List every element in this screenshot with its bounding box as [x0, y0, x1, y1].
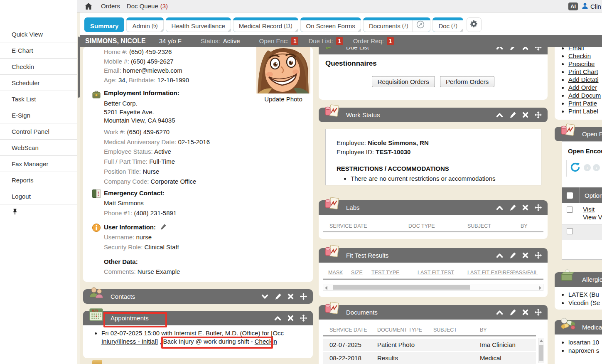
close-x-icon[interactable]	[287, 315, 294, 321]
update-photo-link[interactable]: Update Photo	[264, 96, 302, 103]
chart-icon	[324, 104, 340, 119]
vertical-scrollbar[interactable]	[538, 338, 544, 363]
allergies-panel-header: Allergie	[555, 272, 602, 287]
due-list-badge[interactable]: 1	[336, 37, 343, 45]
fit-col-mask[interactable]: MASK	[328, 270, 343, 275]
tab-admin[interactable]: Admin(5)	[126, 17, 163, 32]
sidebar-item-logout[interactable]: Logout	[0, 188, 77, 204]
sidebar-item-task-list[interactable]: Task List	[0, 91, 77, 107]
close-x-icon[interactable]	[287, 293, 294, 300]
move-icon[interactable]	[300, 293, 307, 300]
move-icon[interactable]	[535, 111, 542, 118]
sidebar-item-checkin[interactable]: Checkin	[0, 58, 77, 74]
refresh-icon[interactable]	[570, 162, 580, 173]
chart-icon	[324, 245, 340, 259]
sidebar-item-webscan[interactable]: WebScan	[0, 139, 77, 155]
sidebar-item-e-sign[interactable]: E-Sign	[0, 107, 77, 123]
move-icon[interactable]	[300, 315, 307, 322]
link-checkin[interactable]: Checkin	[568, 52, 591, 59]
user-name[interactable]: Clin	[590, 3, 601, 10]
link-add-dictation[interactable]: Add Dictati	[568, 76, 599, 83]
link-print-patient[interactable]: Print Patie	[568, 100, 597, 107]
link-add-document[interactable]: Add Docum	[568, 92, 601, 99]
select-all-checkbox[interactable]	[567, 192, 573, 199]
link-add-order[interactable]: Add Order	[568, 84, 597, 91]
breadcrumb-doc-queue[interactable]: Doc Queue	[127, 2, 158, 10]
edit-pencil-icon[interactable]	[509, 252, 516, 259]
user-icon[interactable]	[582, 2, 588, 10]
sidebar-item-fax-manager[interactable]: Fax Manager	[0, 155, 77, 172]
sidebar-item-reports[interactable]: Reports	[0, 172, 77, 188]
tab-summary[interactable]: Summary	[84, 17, 124, 32]
perform-orders-button[interactable]: Perform Orders	[440, 76, 494, 87]
fit-col-last-fit-expires[interactable]: LAST FIT EXPIRES	[467, 270, 514, 275]
close-x-icon[interactable]	[522, 252, 528, 258]
prev-chevron-icon[interactable]: ‹	[584, 164, 591, 171]
link-print-chart[interactable]: Print Chart	[568, 68, 598, 75]
collapse-chevron-up-icon[interactable]	[496, 310, 503, 315]
sidebar-item-quick-view[interactable]: Quick View	[0, 26, 77, 42]
sidebar-item-e-chart[interactable]: E-Chart	[0, 42, 77, 58]
next-chevron-icon[interactable]: ›	[593, 164, 600, 171]
fit-col-pass-fail[interactable]: PASS/FAIL	[512, 270, 538, 275]
move-icon[interactable]	[535, 252, 542, 259]
collapse-chevron-up-icon[interactable]	[496, 205, 503, 211]
collapse-chevron-up-icon[interactable]	[496, 112, 503, 118]
edit-pencil-icon[interactable]	[509, 204, 516, 211]
tab-medical-record[interactable]: Medical Record(11)	[233, 17, 298, 32]
collapse-chevron-down-icon[interactable]	[261, 294, 268, 300]
fit-col-last-fit-test[interactable]: LAST FIT TEST	[418, 270, 454, 275]
settings-button[interactable]	[467, 17, 482, 32]
fit-col-test-type[interactable]: TEST TYPE	[371, 270, 400, 275]
contacts-panel-header: Contacts	[83, 289, 313, 304]
collapse-chevron-up-icon[interactable]	[274, 315, 281, 321]
sidebar-item-scheduler[interactable]: Scheduler	[0, 74, 77, 91]
breadcrumb-orders[interactable]: Orders	[101, 2, 120, 10]
close-x-icon[interactable]	[522, 309, 528, 315]
chart-icon	[560, 123, 576, 138]
home-icon[interactable]	[84, 2, 93, 10]
edit-pencil-icon[interactable]	[275, 293, 281, 300]
main-scrollbar-thumb[interactable]	[78, 37, 80, 98]
close-x-icon[interactable]	[522, 112, 528, 118]
edit-user-pencil-icon[interactable]	[160, 224, 166, 231]
view-visit-link[interactable]: View Vis	[583, 214, 602, 221]
move-icon[interactable]	[535, 204, 542, 211]
open-enc-badge[interactable]: 1	[291, 37, 298, 45]
tab-fold	[295, 29, 298, 32]
close-x-icon[interactable]	[522, 204, 528, 211]
link-prescribe[interactable]: Prescribe	[568, 60, 595, 67]
order-req-label: Order Req:	[353, 37, 384, 44]
tab-health-surveillance[interactable]: Health Surveillance	[166, 17, 231, 32]
tab-documents[interactable]: Documents(7)	[363, 17, 431, 32]
horizontal-scrollbar[interactable]	[323, 284, 543, 291]
move-icon[interactable]	[535, 309, 542, 316]
scroll-left-arrow[interactable]	[325, 286, 327, 290]
fit-col-size[interactable]: SIZE	[351, 270, 363, 275]
table-row[interactable]: 02-07-2025 Patient Photo Ima Clinician	[323, 339, 536, 351]
row-checkbox[interactable]	[567, 207, 573, 213]
edit-pencil-icon[interactable]	[509, 309, 516, 316]
sidebar-item-control-panel[interactable]: Control Panel	[0, 123, 77, 139]
vertical-scrollbar-thumb[interactable]	[539, 345, 543, 361]
tab-fold	[228, 29, 231, 32]
scroll-right-arrow[interactable]	[539, 286, 541, 290]
edit-pencil-icon[interactable]	[509, 112, 516, 118]
scroll-up-arrow[interactable]	[540, 339, 543, 342]
ai-badge[interactable]: AI	[568, 2, 578, 10]
external-arrow-icon[interactable]	[416, 20, 425, 32]
link-print-label[interactable]: Print Label	[568, 108, 598, 115]
requisition-orders-button[interactable]: Requisition Orders	[372, 76, 435, 87]
appointment-checkin-link[interactable]: Checkin	[255, 338, 277, 345]
tab-doc[interactable]: Doc(7)	[432, 17, 463, 32]
horizontal-scrollbar-thumb[interactable]	[333, 285, 470, 290]
patient-name: SIMMONS, NICOLE	[85, 37, 146, 45]
row-checkbox[interactable]	[567, 228, 573, 234]
open-encounters-panel-header: Open E	[555, 127, 602, 141]
tab-on-screen-forms[interactable]: On Screen Forms	[300, 17, 361, 32]
visit-link[interactable]: Visit	[583, 206, 595, 213]
sidebar-pin[interactable]	[0, 204, 77, 220]
order-req-badge[interactable]: 1	[387, 37, 394, 45]
table-row[interactable]: 08-22-2018 Results Medical Informatio	[323, 352, 536, 364]
collapse-chevron-up-icon[interactable]	[496, 253, 503, 258]
